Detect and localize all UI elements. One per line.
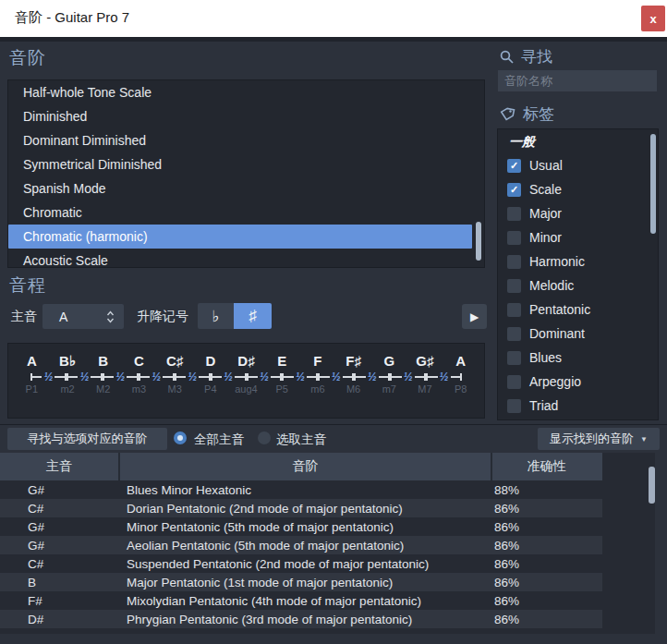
tick-line bbox=[284, 376, 293, 378]
scales-heading: 音阶 bbox=[9, 46, 46, 70]
tick-line bbox=[307, 376, 316, 378]
checkbox-icon[interactable] bbox=[507, 255, 521, 269]
tick-line bbox=[392, 376, 401, 378]
note-label: F bbox=[300, 353, 336, 370]
tick-line bbox=[320, 376, 329, 378]
close-button[interactable]: x bbox=[641, 6, 665, 31]
tick-line bbox=[415, 376, 424, 378]
tick-line bbox=[163, 376, 172, 378]
radio-all-tonics[interactable] bbox=[174, 431, 187, 444]
tag-item[interactable]: Blues bbox=[498, 346, 658, 370]
play-icon: ▶ bbox=[470, 310, 479, 323]
table-row[interactable]: BMajor Pentatonic (1st mode of major pen… bbox=[0, 573, 602, 591]
tag-item[interactable]: Dominant bbox=[498, 322, 658, 346]
table-row[interactable]: C#Suspended Pentatonic (2nd mode of majo… bbox=[0, 554, 602, 573]
scale-list-item[interactable]: Half-whole Tone Scale bbox=[8, 80, 484, 104]
radio-picked-tonic[interactable] bbox=[258, 431, 271, 444]
find-scales-label: 寻找与选项对应的音阶 bbox=[28, 431, 148, 447]
tag-item[interactable]: Minor bbox=[498, 225, 658, 249]
scale-list-item[interactable]: Dominant Diminished bbox=[8, 128, 484, 152]
scale-list-item[interactable]: Acoustic Scale bbox=[8, 249, 484, 268]
checkbox-icon[interactable] bbox=[507, 327, 521, 341]
checkbox-icon[interactable] bbox=[507, 207, 521, 221]
checkbox-icon[interactable] bbox=[507, 231, 521, 245]
half-step-segment: ½ bbox=[67, 371, 103, 383]
note-label: G bbox=[371, 353, 407, 370]
tag-group-label: 一般 bbox=[498, 129, 658, 153]
scale-list-scrollbar[interactable] bbox=[476, 222, 481, 261]
sharp-button[interactable]: ♯ bbox=[234, 303, 272, 329]
play-button[interactable]: ▶ bbox=[462, 304, 487, 329]
search-input[interactable] bbox=[498, 70, 657, 91]
checkbox-icon[interactable] bbox=[507, 375, 521, 389]
search-heading: 寻找 bbox=[500, 46, 552, 67]
checkbox-checked-icon[interactable]: ✓ bbox=[507, 159, 521, 173]
half-step-segment: ½ bbox=[247, 371, 283, 383]
cell-accuracy: 86% bbox=[492, 520, 602, 534]
results-rows: G#Blues Minor Hexatonic88%C#Dorian Penta… bbox=[0, 480, 602, 628]
results-scrollbar[interactable] bbox=[649, 467, 655, 504]
tag-item[interactable]: Harmonic bbox=[498, 249, 658, 273]
table-row[interactable]: C#Dorian Pentatonic (2nd mode of major p… bbox=[0, 499, 602, 517]
checkbox-icon[interactable] bbox=[507, 399, 521, 413]
tags-heading: 标签 bbox=[500, 103, 554, 125]
flat-icon: ♭ bbox=[212, 307, 219, 326]
scale-list-item[interactable]: Spanish Mode bbox=[8, 176, 484, 200]
radio-picked-tonic-label: 选取主音 bbox=[276, 431, 326, 448]
column-header-scale[interactable]: 音阶 bbox=[120, 453, 492, 480]
tag-list[interactable]: 一般✓Usual✓ScaleMajorMinorHarmonicMelodicP… bbox=[497, 128, 659, 420]
intervals-row: P1m2M2m3M3P4aug4P5m6M6m7M7P8 bbox=[8, 383, 484, 395]
column-header-accuracy[interactable]: 准确性 bbox=[492, 453, 600, 480]
cell-accuracy: 88% bbox=[492, 483, 602, 497]
half-step-label: ½ bbox=[42, 371, 55, 383]
tonic-label: 主音 bbox=[11, 309, 37, 325]
half-step-label: ½ bbox=[186, 371, 199, 383]
table-row[interactable]: G#Minor Pentatonic (5th mode of major pe… bbox=[0, 517, 602, 536]
interval-name: aug4 bbox=[228, 383, 264, 395]
scale-list[interactable]: Half-whole Tone ScaleDiminishedDominant … bbox=[7, 79, 485, 268]
tag-item-label: Harmonic bbox=[529, 254, 585, 269]
note-label: F♯ bbox=[335, 353, 371, 370]
scale-list-item[interactable]: Chromatic bbox=[8, 200, 484, 225]
tonic-select[interactable]: A bbox=[42, 304, 124, 329]
half-step-label: ½ bbox=[114, 371, 127, 383]
results-table: 主音 音阶 准确性 G#Blues Minor Hexatonic88%C#Do… bbox=[0, 453, 602, 634]
checkbox-icon[interactable] bbox=[507, 279, 521, 293]
toolbar-separator bbox=[0, 424, 667, 425]
chevron-down-icon: ▼ bbox=[640, 435, 648, 444]
find-scales-button[interactable]: 寻找与选项对应的音阶 bbox=[7, 428, 167, 450]
tag-item[interactable]: Major bbox=[498, 201, 658, 225]
tick-line bbox=[127, 376, 136, 378]
tag-item[interactable]: Pentatonic bbox=[498, 298, 658, 322]
half-step-label: ½ bbox=[438, 371, 451, 383]
checkbox-icon[interactable] bbox=[507, 303, 521, 317]
cell-root: C# bbox=[0, 502, 120, 516]
show-found-scales-button[interactable]: 显示找到的音阶 ▼ bbox=[538, 428, 660, 450]
tag-item[interactable]: Melodic bbox=[498, 273, 658, 298]
half-step-segment: ½ bbox=[139, 371, 175, 383]
interval-name: P8 bbox=[443, 383, 479, 395]
tick-mark bbox=[460, 373, 462, 381]
tag-item[interactable]: Triad bbox=[498, 394, 658, 418]
table-row[interactable]: G#Blues Minor Hexatonic88% bbox=[0, 480, 602, 499]
note-label: E bbox=[264, 353, 300, 370]
tick-line bbox=[249, 376, 258, 378]
scale-list-item[interactable]: Diminished bbox=[8, 104, 484, 128]
column-header-root[interactable]: 主音 bbox=[0, 453, 120, 480]
note-label: D bbox=[192, 353, 228, 370]
table-row[interactable]: G#Aeolian Pentatonic (5th mode of major … bbox=[0, 536, 602, 554]
tag-item[interactable]: Arpeggio bbox=[498, 370, 658, 394]
checkbox-checked-icon[interactable]: ✓ bbox=[507, 183, 521, 197]
scale-list-item[interactable]: Chromatic (harmonic) bbox=[8, 225, 472, 249]
tag-list-scrollbar[interactable] bbox=[650, 134, 656, 234]
flat-button[interactable]: ♭ bbox=[198, 303, 234, 329]
checkbox-icon[interactable] bbox=[507, 351, 521, 365]
note-label: C bbox=[121, 353, 157, 370]
table-row[interactable]: D#Phrygian Pentatonic (3rd mode of major… bbox=[0, 610, 602, 628]
table-row[interactable]: F#Mixolydian Pentatonic (4th mode of maj… bbox=[0, 591, 602, 610]
tag-item[interactable]: ✓Usual bbox=[498, 153, 658, 177]
scale-list-item[interactable]: Symmetrical Diminished bbox=[8, 152, 484, 176]
tick-line bbox=[68, 376, 78, 378]
tag-item[interactable]: ✓Scale bbox=[498, 177, 658, 201]
results-scrollbar-track[interactable] bbox=[602, 453, 655, 634]
